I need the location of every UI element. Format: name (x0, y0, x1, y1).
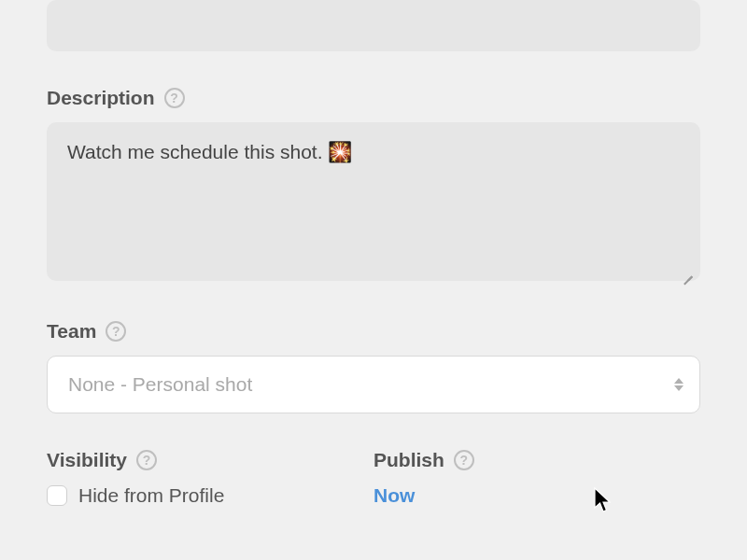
team-label: Team (47, 320, 96, 343)
help-icon[interactable]: ? (454, 450, 474, 470)
hide-from-profile-checkbox[interactable] (47, 485, 67, 506)
visibility-label: Visibility (47, 449, 127, 471)
help-icon[interactable]: ? (106, 321, 126, 342)
publish-time-link[interactable]: Now (374, 484, 415, 506)
visibility-label-row: Visibility ? (47, 449, 374, 471)
publish-label-row: Publish ? (374, 449, 700, 471)
hide-from-profile-label: Hide from Profile (78, 484, 224, 507)
previous-field-stub (47, 0, 700, 51)
description-textarea[interactable] (47, 122, 700, 281)
description-label-row: Description ? (47, 87, 700, 109)
team-label-row: Team ? (47, 320, 700, 343)
team-select-value: None - Personal shot (68, 373, 252, 396)
help-icon[interactable]: ? (164, 88, 185, 108)
team-select[interactable]: None - Personal shot (47, 356, 700, 413)
description-label: Description (47, 87, 155, 109)
publish-label: Publish (374, 449, 444, 471)
help-icon[interactable]: ? (136, 450, 157, 470)
